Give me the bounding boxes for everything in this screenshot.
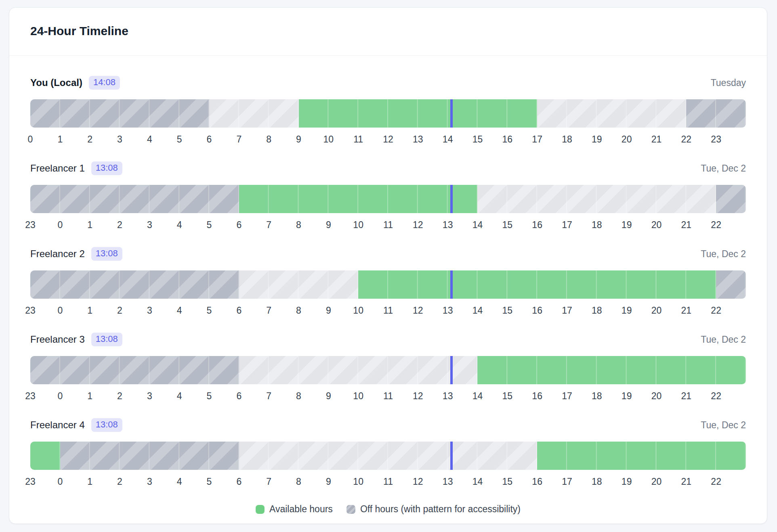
row-header: Freelancer 4 13:08 Tue, Dec 2 [30, 418, 746, 432]
hour-tick-label: 13 [443, 391, 453, 402]
row-name: Freelancer 3 [30, 334, 85, 345]
card-header: 24-Hour Timeline [9, 8, 767, 56]
row-header: Freelancer 1 13:08 Tue, Dec 2 [30, 161, 746, 175]
hour-tick-label: 12 [413, 391, 423, 402]
hour-tick-label: 22 [711, 476, 721, 487]
hour-tick-label: 9 [326, 305, 331, 316]
hour-tick-label: 8 [296, 391, 301, 402]
timeline-bar [30, 356, 746, 384]
row-time-badge: 13:08 [91, 333, 122, 346]
hour-tick-label: 3 [147, 391, 152, 402]
hour-tick-label: 12 [413, 305, 423, 316]
current-time-indicator [450, 442, 453, 470]
row-date: Tue, Dec 2 [701, 420, 746, 431]
timeline-bar [30, 185, 746, 213]
timeline-row: Freelancer 3 13:08 Tue, Dec 2 2301234567… [30, 333, 746, 402]
hour-tick-label: 17 [532, 134, 542, 145]
available-swatch-icon [256, 505, 265, 514]
hour-tick-label: 19 [622, 305, 632, 316]
hour-tick-label: 2 [117, 305, 122, 316]
hour-tick-label: 14 [472, 391, 483, 402]
hour-ticks: 23012345678910111213141516171819202122 [30, 305, 746, 316]
hour-tick-label: 5 [207, 391, 212, 402]
hour-tick-label: 17 [562, 476, 572, 487]
hour-tick-label: 4 [147, 134, 152, 145]
hour-tick-label: 0 [57, 476, 63, 487]
row-time-badge: 13:08 [91, 161, 122, 175]
off-hours-swatch-icon [346, 505, 355, 514]
current-time-indicator [450, 99, 453, 128]
bar-segment-off [686, 99, 746, 128]
hour-tick-label: 9 [326, 476, 331, 487]
hour-tick-label: 12 [413, 220, 423, 230]
hour-tick-label: 18 [592, 305, 602, 316]
current-time-indicator [450, 270, 453, 299]
row-time-badge: 13:08 [91, 247, 122, 261]
hour-tick-label: 22 [711, 220, 721, 230]
hour-tick-label: 16 [532, 220, 542, 230]
row-date: Tue, Dec 2 [701, 334, 746, 345]
hour-tick-label: 12 [383, 134, 393, 145]
bar-segment-idle [537, 99, 686, 128]
hour-tick-label: 3 [147, 476, 152, 487]
hour-tick-label: 13 [413, 134, 423, 145]
bar-segment-available [239, 185, 478, 213]
hour-tick-label: 11 [383, 476, 393, 487]
hour-tick-label: 12 [413, 476, 423, 487]
hour-tick-label: 1 [87, 476, 92, 487]
hour-tick-label: 11 [353, 134, 363, 145]
hour-tick-label: 10 [353, 220, 363, 230]
hour-tick-label: 8 [296, 305, 301, 316]
hour-tick-label: 13 [443, 476, 453, 487]
hour-tick-label: 13 [443, 305, 453, 316]
timeline-bar [30, 99, 746, 128]
hour-tick-label: 9 [326, 391, 331, 402]
hour-tick-label: 2 [87, 134, 92, 145]
row-header-left: You (Local) 14:08 [30, 76, 120, 90]
hour-tick-label: 6 [207, 134, 212, 145]
bar-segment-available [299, 99, 538, 128]
hour-tick-label: 16 [532, 305, 542, 316]
hour-tick-label: 21 [681, 476, 692, 487]
hour-tick-label: 23 [25, 305, 36, 316]
hour-tick-label: 6 [236, 305, 242, 316]
bar-segment-idle [239, 442, 537, 470]
bar-segment-off [30, 99, 209, 128]
hour-tick-label: 16 [502, 134, 513, 145]
hour-tick-label: 5 [207, 305, 212, 316]
bar-segment-idle [239, 356, 478, 384]
bar-segment-off [30, 270, 239, 299]
hour-tick-label: 5 [177, 134, 182, 145]
hour-tick-label: 20 [651, 391, 662, 402]
hour-tick-label: 21 [681, 305, 692, 316]
legend: Available hours Off hours (with pattern … [9, 504, 767, 515]
hour-tick-label: 22 [711, 391, 721, 402]
hour-tick-label: 8 [266, 134, 271, 145]
hour-tick-label: 8 [296, 476, 301, 487]
hour-tick-label: 2 [117, 220, 122, 230]
hour-tick-label: 16 [532, 476, 542, 487]
hour-tick-label: 20 [651, 305, 662, 316]
hour-tick-label: 11 [383, 220, 393, 230]
hour-tick-label: 15 [472, 134, 483, 145]
hour-tick-label: 17 [562, 220, 572, 230]
hour-tick-label: 7 [266, 391, 271, 402]
bar-segment-available [358, 270, 716, 299]
hour-tick-label: 14 [472, 476, 483, 487]
hour-tick-label: 10 [353, 476, 363, 487]
row-time-badge: 14:08 [89, 76, 120, 90]
hour-tick-label: 23 [25, 220, 36, 230]
hour-tick-label: 20 [651, 220, 662, 230]
bar-segment-available [477, 356, 746, 384]
hour-tick-label: 7 [266, 220, 271, 230]
hour-tick-label: 6 [236, 220, 242, 230]
legend-label: Available hours [269, 504, 333, 515]
hour-ticks: 23012345678910111213141516171819202122 [30, 391, 746, 402]
row-header: Freelancer 3 13:08 Tue, Dec 2 [30, 333, 746, 346]
hour-tick-label: 6 [236, 391, 242, 402]
hour-tick-label: 3 [147, 220, 152, 230]
hour-tick-label: 10 [353, 305, 363, 316]
hour-tick-label: 22 [711, 305, 721, 316]
hour-tick-label: 18 [592, 391, 602, 402]
legend-item-off-hours: Off hours (with pattern for accessibilit… [346, 504, 521, 515]
